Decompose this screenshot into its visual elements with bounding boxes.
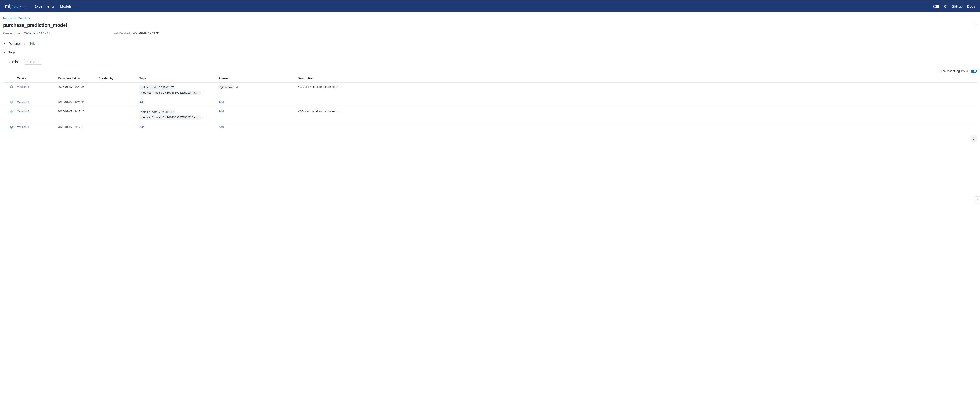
created-by-cell <box>97 123 137 132</box>
version-link[interactable]: Version 4 <box>17 85 29 89</box>
page-1-button[interactable]: 1 <box>970 135 977 142</box>
versions-table: Version Registered at Created by Tags Al… <box>3 75 977 132</box>
aliases-cell: Add <box>216 108 296 123</box>
tags-cell: training_date: 2025-01-07metrics: {"rmse… <box>137 83 216 98</box>
tag-chip: metrics: {"rmse": 0.4168436368739347, "a… <box>139 115 201 120</box>
main-content: Registered Models purchase_prediction_mo… <box>0 12 980 146</box>
svg-point-7 <box>10 86 13 88</box>
registered-at-cell: 2025-01-07 19:21:36 <box>56 98 97 108</box>
main-nav: Experiments Models <box>34 0 72 12</box>
edit-aliases-icon[interactable] <box>235 86 239 89</box>
theme-toggle[interactable] <box>933 5 939 8</box>
status-ready-icon <box>10 125 13 129</box>
col-version[interactable]: Version <box>15 75 56 83</box>
aliases-cell: @ current <box>216 83 296 98</box>
col-tags[interactable]: Tags <box>137 75 216 83</box>
github-link[interactable]: GitHub <box>951 4 963 8</box>
logo-ml: ml <box>5 3 10 10</box>
version-link[interactable]: Version 2 <box>17 110 29 113</box>
alias-chip: @ current <box>218 85 234 89</box>
tag-chip: metrics: {"rmse": 0.4197465925285129, "a… <box>139 90 201 95</box>
registry-toggle-row: New model registry UI <box>3 70 977 73</box>
col-aliases[interactable]: Aliases <box>216 75 296 83</box>
tags-cell: Add <box>137 123 216 132</box>
registered-at-cell: 2025-01-07 19:17:13 <box>56 108 97 123</box>
breadcrumb-root[interactable]: Registered Models <box>3 17 27 20</box>
col-description[interactable]: Description <box>296 75 977 83</box>
description-cell: XGBoost model for purchase pr... <box>296 83 977 98</box>
version-link[interactable]: Version 3 <box>17 101 29 104</box>
docs-link[interactable]: Docs <box>967 4 975 8</box>
edit-tags-icon[interactable] <box>203 92 205 95</box>
logo-version: 2.19.0 <box>19 6 26 9</box>
versions-title: Versions <box>8 60 21 64</box>
description-toggle[interactable]: Description <box>3 42 25 46</box>
description-cell <box>296 123 977 132</box>
col-created-by[interactable]: Created by <box>97 75 137 83</box>
sort-desc-icon <box>78 77 80 80</box>
chevron-right-icon <box>3 43 6 45</box>
created-label: Created Time: <box>3 32 21 35</box>
svg-point-10 <box>10 126 13 128</box>
chevron-right-icon <box>3 51 6 54</box>
tags-cell: training_date: 2025-01-07metrics: {"rmse… <box>137 108 216 123</box>
add-tag-link[interactable]: Add <box>139 101 145 104</box>
svg-point-2 <box>975 26 975 27</box>
gear-icon[interactable] <box>943 5 947 8</box>
description-title: Description <box>8 42 25 46</box>
tags-title: Tags <box>8 50 16 54</box>
version-link[interactable]: Version 1 <box>17 125 29 129</box>
add-alias-link[interactable]: Add <box>218 101 224 104</box>
tags-toggle[interactable]: Tags <box>3 50 16 54</box>
registry-toggle-label: New model registry UI <box>940 70 969 73</box>
col-registered-at[interactable]: Registered at <box>56 75 97 83</box>
tag-chip: training_date: 2025-01-07 <box>139 86 175 90</box>
svg-point-1 <box>975 25 975 25</box>
col-registered-label: Registered at <box>58 77 76 80</box>
created-by-cell <box>97 98 137 108</box>
status-ready-icon <box>10 85 13 89</box>
table-row: Version 32025-01-07 19:21:36AddAdd <box>3 98 977 108</box>
nav-experiments[interactable]: Experiments <box>34 0 54 12</box>
pagination: 1 <box>3 135 977 142</box>
versions-toggle[interactable]: Versions <box>3 60 21 64</box>
add-alias-link[interactable]: Add <box>218 125 224 129</box>
modified-value: 2025-01-07 19:21:36 <box>133 32 159 35</box>
status-ready-icon <box>10 110 13 113</box>
created-by-cell <box>97 83 137 98</box>
description-section: Description Edit <box>3 42 977 46</box>
table-row: Version 22025-01-07 19:17:13training_dat… <box>3 108 977 123</box>
aliases-cell: Add <box>216 98 296 108</box>
compare-button[interactable]: Compare <box>24 59 42 65</box>
logo-flow: flow <box>10 3 18 10</box>
svg-point-8 <box>10 101 13 104</box>
created-value: 2025-01-07 19:17:13 <box>24 32 50 35</box>
aliases-cell: Add <box>216 123 296 132</box>
more-actions-icon[interactable] <box>973 22 977 28</box>
registered-at-cell: 2025-01-07 19:17:13 <box>56 123 97 132</box>
logo[interactable]: mlflow 2.19.0 <box>5 3 26 10</box>
table-row: Version 42025-01-07 19:21:36training_dat… <box>3 83 977 98</box>
title-row: purchase_prediction_model <box>3 22 977 28</box>
add-tag-link[interactable]: Add <box>139 125 145 129</box>
chevron-down-icon <box>3 61 6 63</box>
col-status <box>3 75 15 83</box>
tags-cell: Add <box>137 98 216 108</box>
created-time: Created Time: 2025-01-07 19:17:13 <box>3 32 50 35</box>
description-cell: XGBoost model for purchase pr... <box>296 108 977 123</box>
last-modified: Last Modified: 2025-01-07 19:21:36 <box>113 32 159 35</box>
svg-point-0 <box>975 23 975 24</box>
tags-section: Tags <box>3 50 977 54</box>
add-alias-link[interactable]: Add <box>218 110 224 113</box>
edit-tags-icon[interactable] <box>203 116 205 119</box>
modified-label: Last Modified: <box>113 32 130 35</box>
description-cell <box>296 98 977 108</box>
breadcrumb: Registered Models <box>3 17 977 20</box>
chevron-right-icon <box>29 17 30 20</box>
edit-description-link[interactable]: Edit <box>30 42 35 45</box>
nav-models[interactable]: Models <box>60 0 72 12</box>
versions-section: Versions Compare <box>3 59 977 65</box>
svg-point-9 <box>10 110 13 113</box>
registry-ui-toggle[interactable] <box>970 70 977 73</box>
created-by-cell <box>97 108 137 123</box>
